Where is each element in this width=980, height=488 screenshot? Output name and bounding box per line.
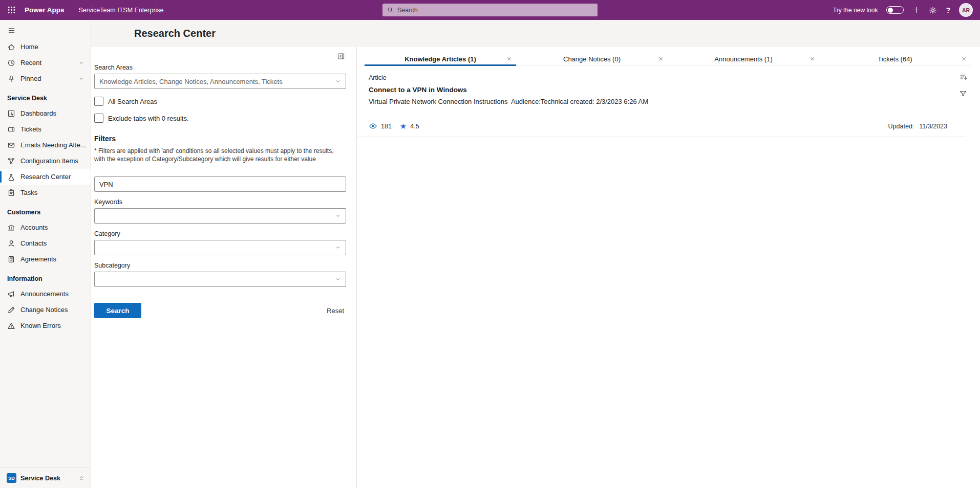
app-name: ServiceTeam ITSM Enterprise	[79, 7, 164, 14]
category-dropdown[interactable]	[94, 240, 346, 255]
pin-icon	[7, 75, 15, 83]
warning-icon	[7, 322, 15, 330]
sort-icon[interactable]	[959, 73, 968, 81]
search-icon	[387, 7, 394, 13]
sidebar-item-emails-needing-attention[interactable]: Emails Needing Atte...	[0, 137, 91, 153]
results-tabs: Knowledge Articles (1) Change Notices (0…	[365, 52, 971, 66]
close-icon[interactable]	[809, 56, 815, 62]
close-icon[interactable]	[506, 56, 512, 62]
agreement-icon	[7, 255, 15, 263]
keywords-label: Keywords	[94, 198, 346, 206]
result-type-label: Article	[369, 74, 947, 81]
megaphone-icon	[7, 290, 15, 298]
user-avatar[interactable]: AR	[959, 3, 973, 17]
category-label: Category	[94, 230, 346, 237]
mail-icon	[7, 141, 15, 149]
area-label: Service Desk	[20, 475, 60, 482]
settings-gear-icon[interactable]	[929, 6, 937, 14]
global-search-input[interactable]	[397, 7, 593, 14]
results-panel: Knowledge Articles (1) Change Notices (0…	[357, 47, 980, 488]
all-search-areas-checkbox[interactable]	[94, 97, 103, 106]
collapse-panel-icon[interactable]	[337, 52, 345, 60]
toggle-knob	[888, 8, 893, 13]
all-search-areas-label: All Search Areas	[108, 98, 157, 105]
subcategory-label: Subcategory	[94, 262, 346, 269]
views-eye-icon	[369, 122, 377, 130]
sidebar: Home Recent Pinned Service Desk Dashboar…	[0, 20, 91, 488]
subcategory-dropdown[interactable]	[94, 272, 346, 287]
new-look-toggle[interactable]	[886, 6, 904, 14]
sidebar-item-contacts[interactable]: Contacts	[0, 235, 91, 251]
ticket-icon	[7, 125, 15, 134]
sidebar-section-customers: Customers	[0, 201, 91, 219]
result-title[interactable]: Connect to a VPN in Windows	[369, 86, 947, 94]
updated-label: Updated:	[888, 123, 914, 130]
tab-change-notices[interactable]: Change Notices (0)	[516, 52, 668, 65]
tab-knowledge-articles[interactable]: Knowledge Articles (1)	[365, 52, 516, 65]
main-content: Research Center Search Areas Knowledge A…	[91, 20, 980, 488]
sidebar-item-recent[interactable]: Recent	[0, 55, 91, 71]
new-look-label: Try the new look	[833, 7, 878, 14]
filter-icon[interactable]	[959, 90, 968, 98]
result-description: Virtual Private Network Connection Instr…	[369, 98, 947, 105]
sidebar-item-configuration-items[interactable]: Configuration Items	[0, 153, 91, 169]
sidebar-item-research-center[interactable]: Research Center	[0, 169, 91, 185]
bank-icon	[7, 224, 15, 232]
filters-heading: Filters	[94, 135, 346, 143]
chevron-down-icon[interactable]	[78, 60, 84, 66]
exclude-zero-tabs-checkbox[interactable]	[94, 114, 103, 123]
filter-panel: Search Areas Knowledge Articles, Change …	[91, 47, 357, 488]
updated-date: 11/3/2023	[919, 123, 947, 130]
sidebar-item-pinned[interactable]: Pinned	[0, 71, 91, 86]
chevron-updown-icon[interactable]	[78, 475, 84, 481]
chevron-down-icon	[332, 78, 341, 84]
help-icon[interactable]: ?	[946, 6, 950, 14]
keywords-dropdown[interactable]	[94, 208, 346, 224]
results-toolbar	[959, 73, 968, 98]
sidebar-section-service-desk: Service Desk	[0, 86, 91, 105]
rating-star-icon: ★	[400, 122, 407, 130]
tab-tickets[interactable]: Tickets (64)	[819, 52, 971, 65]
search-areas-label: Search Areas	[94, 64, 346, 71]
tab-announcements[interactable]: Announcements (1)	[668, 52, 819, 65]
rating-value: 4.5	[410, 123, 419, 130]
search-text-input[interactable]	[94, 176, 346, 192]
close-icon[interactable]	[961, 56, 967, 62]
hamburger-menu-icon[interactable]	[0, 20, 91, 39]
sidebar-item-announcements[interactable]: Announcements	[0, 286, 91, 302]
powerapps-brand[interactable]: Power Apps	[25, 6, 65, 14]
search-areas-dropdown[interactable]: Knowledge Articles, Change Notices, Anno…	[94, 74, 346, 89]
search-button[interactable]: Search	[94, 303, 141, 318]
pencil-icon	[7, 306, 15, 314]
close-icon[interactable]	[658, 56, 664, 62]
filters-note: * Filters are applied with 'and' conditi…	[94, 147, 346, 163]
clock-icon	[7, 59, 15, 67]
chevron-down-icon[interactable]	[78, 76, 84, 82]
result-item[interactable]: Article Connect to a VPN in Windows Virt…	[357, 66, 966, 137]
chevron-down-icon	[332, 245, 341, 251]
views-count: 181	[381, 123, 392, 130]
global-search[interactable]	[382, 4, 598, 16]
sidebar-item-known-errors[interactable]: Known Errors	[0, 318, 91, 334]
sidebar-item-change-notices[interactable]: Change Notices	[0, 302, 91, 318]
sidebar-item-dashboards[interactable]: Dashboards	[0, 105, 91, 121]
person-icon	[7, 239, 15, 248]
sidebar-item-agreements[interactable]: Agreements	[0, 251, 91, 267]
tasks-icon	[7, 189, 15, 197]
sidebar-item-accounts[interactable]: Accounts	[0, 219, 91, 235]
sidebar-section-information: Information	[0, 267, 91, 286]
exclude-zero-tabs-label: Exclude tabs with 0 results.	[108, 115, 189, 122]
add-icon[interactable]	[912, 6, 920, 14]
area-badge: SD	[7, 473, 16, 483]
sidebar-item-tickets[interactable]: Tickets	[0, 121, 91, 137]
app-launcher-waffle-icon[interactable]	[7, 0, 25, 20]
chevron-down-icon	[332, 213, 341, 219]
sidebar-item-home[interactable]: Home	[0, 39, 91, 55]
chevron-down-icon	[332, 276, 341, 282]
topbar: Power Apps ServiceTeam ITSM Enterprise T…	[0, 0, 980, 20]
home-icon	[7, 43, 15, 51]
sidebar-item-tasks[interactable]: Tasks	[0, 185, 91, 201]
area-switcher[interactable]: SD Service Desk	[0, 468, 91, 488]
page-header: Research Center	[91, 20, 980, 47]
reset-button[interactable]: Reset	[327, 307, 346, 315]
